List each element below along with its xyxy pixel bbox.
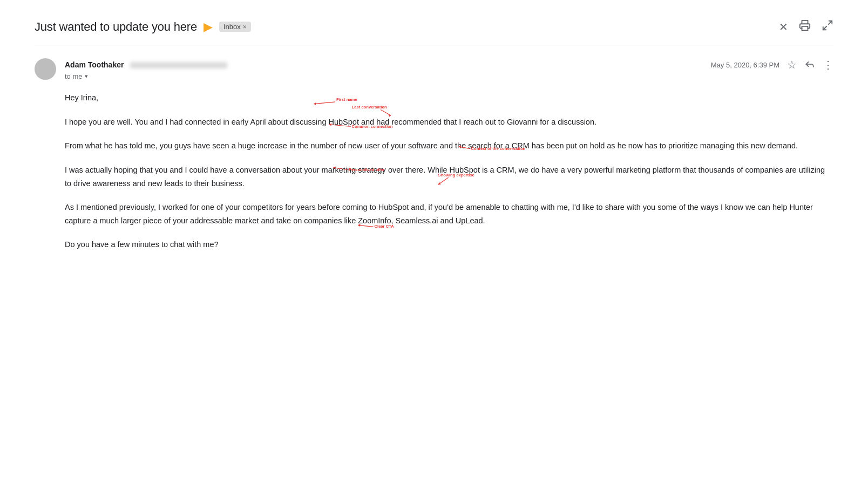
email-header: Just wanted to update you here ▶ Inbox ×…: [35, 11, 833, 45]
sender-name: Adam Toothaker: [65, 60, 124, 69]
popout-icon[interactable]: [822, 19, 833, 34]
email-date: May 5, 2020, 6:39 PM: [711, 61, 779, 69]
paragraph3: I was actually hoping that you and I cou…: [65, 163, 833, 190]
inbox-label: Inbox: [223, 23, 241, 31]
svg-line-2: [823, 26, 826, 30]
sender-details: Adam Toothaker: [65, 60, 227, 69]
sender-row: Adam Toothaker May 5, 2020, 6:39 PM ☆ ⋮: [35, 58, 833, 80]
more-options-icon[interactable]: ⋮: [823, 58, 833, 71]
print-icon[interactable]: [799, 19, 811, 34]
paragraph2: From what he has told me, you guys have …: [65, 139, 833, 153]
to-label: to me: [65, 72, 83, 80]
header-actions: ✕: [779, 19, 833, 34]
subject-area: Just wanted to update you here ▶ Inbox ×: [35, 20, 251, 34]
forward-icon: ▶: [204, 20, 213, 34]
sender-meta: to me ▾: [65, 72, 833, 80]
email-subject: Just wanted to update you here: [35, 20, 197, 34]
greeting: Hey Irina,: [65, 91, 833, 105]
svg-rect-0: [802, 26, 808, 30]
avatar: [35, 58, 56, 80]
paragraph4: As I mentioned previously, I worked for …: [65, 201, 833, 227]
paragraph1: I hope you are well. You and I had conne…: [65, 115, 833, 129]
svg-line-1: [829, 21, 832, 24]
to-dropdown-icon[interactable]: ▾: [85, 73, 88, 80]
star-icon[interactable]: ☆: [787, 58, 797, 71]
body-wrapper: Hey Irina, I hope you are well. You and …: [35, 91, 833, 251]
reply-icon[interactable]: [804, 59, 815, 71]
sender-email-blurred: [130, 62, 227, 69]
close-icon[interactable]: ✕: [779, 20, 788, 33]
paragraph5: Do you have a few minutes to chat with m…: [65, 238, 833, 251]
sender-name-row: Adam Toothaker May 5, 2020, 6:39 PM ☆ ⋮: [65, 58, 833, 71]
email-date-actions: May 5, 2020, 6:39 PM ☆ ⋮: [711, 58, 833, 71]
inbox-badge: Inbox ×: [219, 22, 251, 32]
sender-info: Adam Toothaker May 5, 2020, 6:39 PM ☆ ⋮: [65, 58, 833, 80]
email-body: Hey Irina, I hope you are well. You and …: [35, 91, 833, 251]
inbox-close-icon[interactable]: ×: [243, 23, 247, 31]
